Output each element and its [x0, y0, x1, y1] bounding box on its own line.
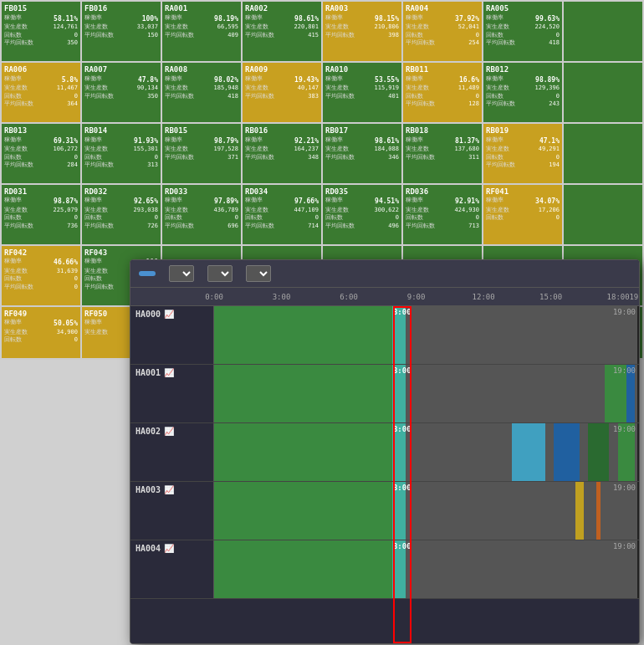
grid-cell[interactable]: RA002 稼働率98.61% 実生産数220,801 平均回転数415	[243, 2, 321, 61]
timeline-row: HA004 📈8:0019:00	[130, 540, 639, 599]
row-id: HA004	[135, 544, 161, 553]
chart-icon[interactable]: 📈	[164, 368, 174, 377]
timeline-bar	[214, 540, 392, 598]
grid-cell[interactable]: RD034 稼働率97.66% 実生産数447,109 回転数0 平均回転数71…	[243, 185, 321, 244]
time-label-1900: 19:00	[613, 425, 636, 433]
grid-cell[interactable]: RB017 稼働率98.61% 実生産数184,088 平均回転数346	[323, 124, 401, 183]
row-id: HA002	[135, 427, 161, 436]
grid-cell[interactable]: RD033 稼働率97.89% 実生産数436,789 回転数0 平均回転数69…	[162, 185, 241, 244]
time-tick: 6:00	[340, 293, 358, 301]
row-label: HA001 📈	[130, 365, 214, 422]
row-label: HA004 📈	[130, 540, 214, 598]
line-select[interactable]	[246, 265, 271, 282]
grid-cell[interactable]: FB016 稼働率100% 実生産数33,037 平均回転数150	[82, 2, 161, 61]
grid-cell[interactable]: RA010 稼働率53.55% 実生産数115,919 平均回転数401	[323, 63, 401, 122]
grid-cell[interactable]	[564, 185, 642, 244]
timeline-bar	[214, 365, 392, 422]
timeline-bar	[214, 306, 392, 364]
vline-right	[637, 482, 639, 540]
time-tick: 0:00	[205, 293, 223, 301]
vline-right	[637, 306, 639, 364]
grid-cell[interactable]	[564, 2, 642, 61]
time-tick: 15:00	[539, 293, 562, 301]
factory-select[interactable]	[169, 265, 194, 282]
grid-cell[interactable]: RF049 稼働率50.05% 実生産数34,900 回転数0	[2, 307, 80, 358]
time-label-1900: 19:00	[613, 542, 636, 550]
row-chart: 8:0019:00	[214, 306, 639, 364]
vline-right	[637, 423, 639, 481]
grid-cell[interactable]: RA001 稼働率98.19% 実生産数66,595 平均回転数409	[162, 2, 241, 61]
row-label: HA000 📈	[130, 306, 214, 364]
row-label: HA003 📈	[130, 482, 214, 540]
chart-icon[interactable]: 📈	[164, 485, 174, 494]
time-label-1900: 19:00	[613, 484, 636, 492]
time-label-1900: 19:00	[613, 308, 636, 316]
chart-icon[interactable]: 📈	[164, 544, 174, 553]
chart-icon[interactable]: 📈	[164, 427, 174, 436]
timeline-row: HA003 📈8:0019:00	[130, 482, 639, 540]
modal-panel: 0:003:006:009:0012:0015:0018:0019:00 HA0…	[130, 259, 640, 644]
grid-cell[interactable]: RD035 稼働率94.51% 実生産数300,622 回転数0 平均回転数49…	[323, 185, 401, 244]
grid-cell[interactable]: RA005 稼働率99.63% 実生産数224,520 回転数0 平均回転数41…	[483, 2, 562, 61]
grid-cell[interactable]: RF042 稼働率46.66% 実生産数31,639 回転数0 平均回転数0	[2, 246, 80, 305]
row-id: HA000	[135, 310, 161, 319]
timeline-row: HA001 📈8:0019:00	[130, 365, 639, 423]
time-label-800: 8:00	[393, 425, 411, 433]
timeline-bar	[214, 482, 392, 540]
timeline-row: HA002 📈8:0019:00	[130, 423, 639, 482]
vline-right	[637, 540, 639, 598]
vline-right	[637, 365, 639, 422]
time-tick: 3:00	[273, 293, 291, 301]
grid-cell[interactable]: RD036 稼働率92.91% 実生産数424,930 回転数0 平均回転数71…	[403, 185, 482, 244]
row-chart: 8:0019:00	[214, 482, 639, 540]
row-chart: 8:0019:00	[214, 365, 639, 422]
time-label-800: 8:00	[393, 542, 411, 550]
timeline-bar	[554, 423, 579, 481]
row-chart: 8:0019:00	[214, 423, 639, 481]
grid-cell[interactable]: RA004 稼働率37.92% 実生産数52,041 回転数0 平均回転数254	[403, 2, 482, 61]
timeline-bar	[214, 423, 392, 481]
grid-cell[interactable]: RB011 稼働率16.6% 実生産数11,489 回転数0 平均回転数128	[403, 63, 482, 122]
grid-cell[interactable]: RA008 稼働率98.02% 実生産数185,948 平均回転数418	[162, 63, 241, 122]
grid-cell[interactable]: RB018 稼働率81.37% 実生産数137,680 平均回転数311	[403, 124, 482, 183]
grid-cell[interactable]: RB012 稼働率98.89% 実生産数129,396 回転数0 平均回転数24…	[483, 63, 562, 122]
row-id: HA001	[135, 368, 161, 377]
timeline-bar	[596, 482, 601, 540]
row-chart: 8:0019:00	[214, 540, 639, 598]
grid-cell[interactable]: FB015 稼働率58.11% 実生産数124,761 回転数0 平均回転数35…	[2, 2, 80, 61]
grid-cell[interactable]	[564, 124, 642, 183]
time-label-800: 8:00	[393, 484, 411, 492]
timeline-bar	[575, 482, 584, 540]
time-label-800: 8:00	[393, 366, 411, 375]
grid-cell[interactable]: RF041 稼働率34.07% 実生産数17,206 回転数0	[483, 185, 562, 244]
grid-cell[interactable]: RB014 稼働率91.93% 実生産数155,301 回転数0 平均回転数31…	[82, 124, 161, 183]
grid-cell[interactable]: RA007 稼働率47.8% 実生産数90,134 平均回転数350	[82, 63, 161, 122]
row-label: HA002 📈	[130, 423, 214, 481]
grid-cell[interactable]: RA009 稼働率19.43% 実生産数40,147 平均回転数383	[243, 63, 321, 122]
grid-cell[interactable]: RB016 稼働率92.21% 実生産数164,237 平均回転数348	[243, 124, 321, 183]
time-tick: 18:00	[607, 293, 630, 301]
monitor-button[interactable]	[139, 271, 156, 276]
time-tick-end: 19:00	[629, 293, 640, 301]
rows-area[interactable]: HA000 📈8:0019:00HA001 📈8:0019:00HA002 📈8…	[130, 306, 639, 643]
timeline-header: 0:003:006:009:0012:0015:0018:0019:00	[130, 288, 639, 306]
time-tick: 9:00	[407, 293, 426, 301]
timeline-bar	[512, 423, 546, 481]
grid-cell[interactable]: RD032 稼働率92.65% 実生産数293,038 回転数0 平均回転数72…	[82, 185, 161, 244]
timeline-row: HA000 📈8:0019:00	[130, 306, 639, 365]
grid-cell[interactable]: RB019 稼働率47.1% 実生産数49,291 回転数0 平均回転数194	[483, 124, 562, 183]
grid-cell[interactable]: RA003 稼働率98.15% 実生産数210,806 平均回転数398	[323, 2, 401, 61]
chart-icon[interactable]: 📈	[164, 310, 174, 319]
time-label-800: 8:00	[393, 308, 411, 316]
grid-cell[interactable]	[564, 63, 642, 122]
time-tick: 12:00	[473, 293, 495, 301]
timeline-bar	[588, 423, 609, 481]
row-id: HA003	[135, 485, 161, 494]
grid-cell[interactable]: RA006 稼働率5.8% 実生産数11,467 回転数0 平均回転数364	[2, 63, 80, 122]
grid-cell[interactable]: RD031 稼働率98.87% 実生産数225,079 回転数0 平均回転数73…	[2, 185, 80, 244]
time-label-1900: 19:00	[613, 366, 636, 375]
grid-cell[interactable]: RB013 稼働率69.31% 実生産数106,272 回転数0 平均回転数28…	[2, 124, 80, 183]
modal-toolbar	[130, 260, 639, 288]
process-select[interactable]	[207, 265, 233, 282]
grid-cell[interactable]: RB015 稼働率98.79% 実生産数197,528 平均回転数371	[162, 124, 241, 183]
